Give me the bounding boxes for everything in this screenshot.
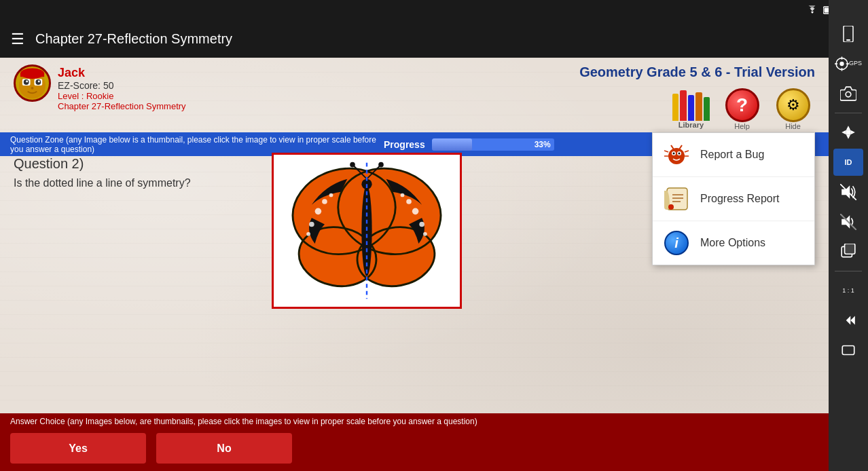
dropdown-menu: Report a Bug Progress Report <box>652 132 815 265</box>
svg-point-45 <box>322 199 327 204</box>
progress-bar: 33% <box>432 138 554 151</box>
butterfly-image <box>282 159 452 302</box>
svg-point-44 <box>315 208 322 215</box>
info-icon: i <box>663 229 690 257</box>
right-sidebar: GPS ID <box>829 0 868 471</box>
ez-score: EZ-Score: 50 <box>58 80 186 91</box>
user-section: Jack EZ-Score: 50 Level : Rookie Chapter… <box>14 64 186 111</box>
svg-marker-23 <box>846 316 851 324</box>
svg-rect-25 <box>842 345 854 354</box>
rotate-icon[interactable] <box>835 238 862 265</box>
more-options-label: More Options <box>700 237 765 249</box>
user-info: Jack EZ-Score: 50 Level : Rookie Chapter… <box>58 64 186 111</box>
svg-point-64 <box>673 153 675 155</box>
info-circle: i <box>664 231 689 255</box>
svg-point-11 <box>846 92 851 97</box>
top-bar: ☰ Chapter 27-Reflection Symmetry <box>0 20 829 58</box>
answer-choice-label: Answer Choice (any Images below, are thu… <box>0 413 829 430</box>
camera-icon[interactable] <box>835 80 862 107</box>
svg-line-67 <box>679 145 682 149</box>
report-bug-item[interactable]: Report a Bug <box>653 133 814 177</box>
hide-button[interactable]: ⚙ Hide <box>771 87 815 131</box>
progress-report-label: Progress Report <box>700 193 780 205</box>
content-area: Jack EZ-Score: 50 Level : Rookie Chapter… <box>0 58 829 471</box>
answer-section: Answer Choice (any Images below, are thu… <box>0 413 829 471</box>
more-options-item[interactable]: i More Options <box>653 221 814 265</box>
answer-no-button[interactable]: No <box>156 433 292 464</box>
help-button[interactable]: ? Help <box>720 87 764 131</box>
svg-point-32 <box>38 80 40 82</box>
svg-marker-15 <box>850 130 855 135</box>
svg-rect-16 <box>846 130 851 135</box>
status-bar: 2:46 <box>0 0 868 20</box>
help-label: Help <box>734 122 750 130</box>
main-area: ☰ Chapter 27-Reflection Symmetry <box>0 20 829 471</box>
svg-point-75 <box>668 204 674 210</box>
volume-down-icon[interactable] <box>835 208 862 236</box>
svg-point-33 <box>31 86 34 89</box>
nav-arrows-icon[interactable] <box>835 119 862 146</box>
scale-icon[interactable]: 1 : 1 <box>835 277 862 304</box>
svg-rect-35 <box>20 73 44 77</box>
answer-yes-button[interactable]: Yes <box>10 433 146 464</box>
svg-point-48 <box>306 232 310 236</box>
scroll-icon <box>663 185 690 212</box>
library-button[interactable]: Library <box>669 87 713 131</box>
chapter-name: Chapter 27-Reflection Symmetry <box>58 101 186 111</box>
hide-icon: ⚙ <box>776 88 810 122</box>
answer-buttons: Yes No <box>0 430 829 467</box>
volume-up-icon[interactable] <box>835 178 862 206</box>
svg-point-46 <box>329 193 333 197</box>
svg-line-68 <box>664 151 668 152</box>
app-title: Geometry Grade 5 & 6 - Trial Version <box>579 64 815 80</box>
svg-point-51 <box>401 193 405 197</box>
user-level: Level : Rookie <box>58 91 186 101</box>
help-icon: ? <box>725 88 759 122</box>
svg-point-49 <box>412 208 419 215</box>
user-name: Jack <box>58 66 186 80</box>
butterfly-image-container[interactable] <box>272 153 462 309</box>
top-right-section: Geometry Grade 5 & 6 - Trial Version Lib… <box>579 64 815 131</box>
svg-point-47 <box>309 222 314 227</box>
gps-label: GPS <box>849 60 862 67</box>
sidebar-divider-2 <box>835 271 862 271</box>
report-bug-label: Report a Bug <box>700 149 764 161</box>
progress-label: Progress <box>384 139 425 150</box>
svg-point-53 <box>423 232 427 236</box>
home-icon[interactable] <box>835 337 862 364</box>
svg-marker-14 <box>842 130 846 135</box>
library-label: Library <box>679 121 704 129</box>
page-title: Chapter 27-Reflection Symmetry <box>35 31 232 47</box>
id-label: ID <box>845 158 852 166</box>
svg-point-57 <box>350 162 355 168</box>
library-books-graphic <box>672 87 710 121</box>
id-icon[interactable]: ID <box>833 149 863 176</box>
svg-line-70 <box>685 151 689 152</box>
svg-marker-12 <box>846 126 851 130</box>
svg-point-59 <box>378 162 384 168</box>
svg-marker-24 <box>850 316 855 324</box>
progress-percent: 33% <box>535 140 551 149</box>
svg-rect-22 <box>845 244 855 254</box>
hide-label: Hide <box>785 122 801 130</box>
phone-icon[interactable] <box>835 20 862 48</box>
hamburger-icon[interactable]: ☰ <box>11 31 24 48</box>
question-zone-text: Question Zone (any Image below is a thum… <box>10 135 384 154</box>
back-icon[interactable] <box>835 307 862 334</box>
avatar-image <box>16 67 49 100</box>
gps-icon[interactable]: GPS <box>835 50 862 77</box>
svg-point-31 <box>26 80 28 82</box>
bug-icon <box>663 141 690 168</box>
svg-line-66 <box>671 145 674 149</box>
progress-report-item[interactable]: Progress Report <box>653 177 814 221</box>
wifi-icon <box>806 5 819 15</box>
toolbar-icons: Library ? Help ⚙ Hide <box>669 87 815 131</box>
svg-point-50 <box>406 199 412 204</box>
svg-point-6 <box>839 62 844 66</box>
svg-rect-4 <box>846 39 850 41</box>
sidebar-divider-1 <box>835 113 862 113</box>
progress-bar-fill <box>432 138 472 151</box>
svg-point-61 <box>668 148 685 164</box>
scale-label: 1 : 1 <box>842 287 854 295</box>
avatar <box>14 64 51 102</box>
